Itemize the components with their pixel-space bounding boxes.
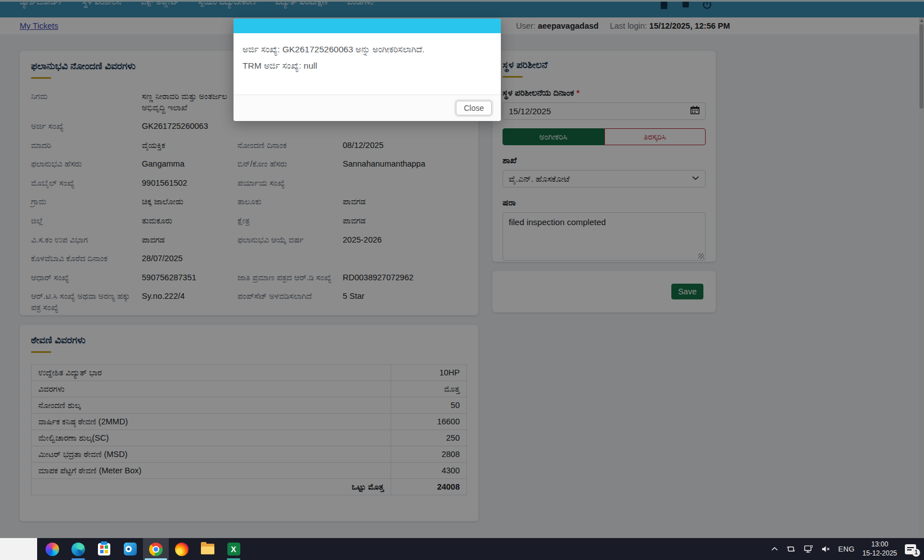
- close-button[interactable]: Close: [456, 101, 492, 115]
- excel-taskbar-icon[interactable]: X: [221, 538, 246, 560]
- tray-clock[interactable]: 13:00 15-12-2025: [863, 540, 897, 558]
- approval-result-dialog: ಅರ್ಜಿ ಸಂಖ್ಯೆ: GK261725260063 ಅನ್ನು ಅಂಗೀಕ…: [234, 19, 501, 121]
- dialog-footer: Close: [234, 95, 501, 121]
- tray-chevron-up-icon[interactable]: [771, 545, 778, 553]
- outlook-taskbar-icon[interactable]: [117, 538, 143, 560]
- microsoft-store-taskbar-icon[interactable]: [91, 538, 117, 560]
- dialog-message-line2: TRM ಅರ್ಜಿ ಸಂಖ್ಯೆ: null: [243, 61, 492, 71]
- tray-date: 15-12-2025: [863, 549, 897, 558]
- tray-language-indicator[interactable]: ENG: [838, 545, 855, 553]
- windows-taskbar: X ENG 13:00 15-12-2025 1: [0, 538, 924, 560]
- notification-badge: 1: [912, 549, 920, 557]
- tray-network-icon[interactable]: [804, 545, 813, 553]
- tray-tablet-mode-icon[interactable]: [786, 545, 796, 553]
- dialog-header-bar: [234, 19, 501, 33]
- firefox-taskbar-icon[interactable]: [169, 538, 195, 560]
- file-explorer-taskbar-icon[interactable]: [195, 538, 221, 560]
- tray-volume-muted-icon[interactable]: [821, 545, 831, 553]
- chrome-taskbar-icon[interactable]: [143, 538, 169, 560]
- tray-time: 13:00: [863, 540, 897, 549]
- edge-taskbar-icon[interactable]: [65, 538, 91, 560]
- dialog-message-line1: ಅರ್ಜಿ ಸಂಖ್ಯೆ: GK261725260063 ಅನ್ನು ಅಂಗೀಕ…: [243, 44, 492, 55]
- taskbar-start-area[interactable]: [0, 538, 37, 560]
- notification-center-icon[interactable]: 1: [905, 544, 916, 554]
- copilot-taskbar-icon[interactable]: [39, 538, 65, 560]
